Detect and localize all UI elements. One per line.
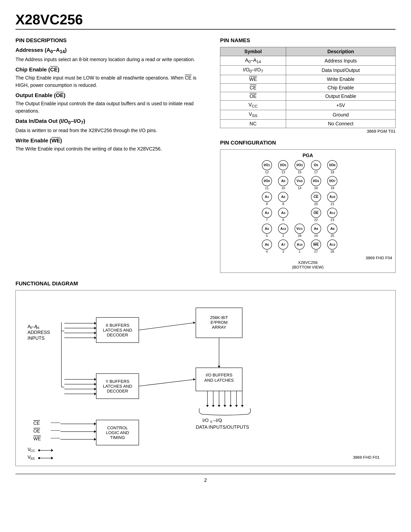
pga-pin: A7 [278,239,288,249]
pga-pin: VCC [295,224,305,234]
pga-pin: I/O4 [311,176,321,186]
svg-text:LOGIC AND: LOGIC AND [106,430,129,435]
table-row: VCC +5V [220,101,395,110]
pga-cell [341,192,356,206]
table-note: 3869 PGM T01 [220,129,395,134]
svg-text:X BUFFERS: X BUFFERS [106,323,129,328]
svg-text:I/O: I/O [202,418,208,423]
svg-marker-61 [51,449,53,452]
pga-cell: A1 9 [259,192,274,206]
write-enable-body: The Write Enable input controls the writ… [16,145,208,153]
svg-marker-39 [193,378,196,380]
pga-pin: A0 [278,176,288,186]
pga-cell: I/O4 16 [308,176,323,190]
svg-text:DECODER: DECODER [107,389,128,393]
svg-text:CE: CE [33,421,40,426]
functional-diagram-heading: FUNCTIONAL DIAGRAM [16,281,395,287]
pga-cell: I/O1 12 [259,160,274,174]
pga-cell: I/O6 18 [325,160,340,174]
write-enable-heading: Write Enable (WE) [16,138,208,144]
symbol-we: WE [220,75,286,84]
pga-cell: VCC 28 [292,224,307,238]
right-column: PIN NAMES Symbol Description A0–A14 Addr… [220,37,395,273]
pga-cell: I/O2 13 [276,160,291,174]
pga-pin: A8 [327,224,337,234]
svg-marker-50 [94,430,96,433]
pin-names-table: Symbol Description A0–A14 Address Inputs… [220,47,395,128]
data-io-body: Data is written to or read from the X28V… [16,127,208,134]
svg-text:LATCHES AND: LATCHES AND [103,328,132,332]
pin-config-box: PGA I/O1 12 I/O2 13 I/O3 15 O5 17 [220,149,395,273]
svg-marker-78 [229,405,232,407]
table-row: OE Output Enable [220,92,395,101]
addresses-heading: Addresses (A0–A14) [16,47,208,54]
svg-text:——: —— [51,420,60,425]
svg-marker-22 [94,378,96,381]
addresses-body: The Address inputs select an 8-bit memor… [16,56,208,63]
svg-text:256K-BIT: 256K-BIT [210,315,228,320]
functional-diagram-box: A 0 –A 14 ADDRESS INPUTS X BUFFERS LATCH… [16,290,395,466]
pin-names-heading: PIN NAMES [220,37,395,44]
pga-cell: A2 8 [276,192,291,206]
table-row: NC No Connect [220,120,395,128]
svg-text:OE: OE [33,428,40,434]
svg-text:E²PROM: E²PROM [211,320,228,325]
svg-marker-7 [94,336,96,339]
svg-marker-4 [94,322,96,325]
table-row: VSS Ground [220,110,395,120]
pga-pin: A11 [327,208,337,218]
pga-cell: A9 24 [308,224,323,238]
pga-cell [341,176,356,190]
svg-text:CC: CC [30,449,35,453]
desc-oe: Output Enable [286,92,395,101]
table-header-symbol: Symbol [220,47,286,56]
pga-pin: A10 [327,192,337,202]
pga-cell [292,192,307,206]
svg-text:SS: SS [30,457,35,460]
table-row: CE Chip Enable [220,84,395,92]
pga-pin: A12 [278,224,288,234]
pin-config-heading: PIN CONFIGURATION [220,140,395,146]
pga-cell: WE 27 [308,239,323,254]
symbol-a0-a14: A0–A14 [220,56,286,66]
table-header-description: Description [286,47,395,56]
pga-cell [341,160,356,174]
functional-diagram-section: FUNCTIONAL DIAGRAM A 0 –A 14 ADDRESS INP… [16,281,395,466]
desc-ce: Chip Enable [286,84,395,92]
svg-text:7: 7 [220,420,222,424]
svg-marker-66 [51,457,53,459]
pin-descriptions-heading: PIN DESCRIPTIONS [16,37,208,44]
svg-text:AND LATCHES: AND LATCHES [204,378,234,383]
output-enable-body: The Output Enable input controls the dat… [16,100,208,114]
svg-text:0: 0 [210,420,212,424]
pga-cell: VSS 14 [292,176,307,190]
pga-cell: CE 20 [308,192,323,206]
pga-pin: A14 [295,239,305,249]
pga-cell: A10 21 [325,192,340,206]
svg-marker-6 [94,332,96,334]
symbol-ce: CE [220,84,286,92]
pga-cell: A14 1 [292,239,307,254]
pga-cell: A4 6 [276,208,291,222]
svg-point-60 [38,449,40,451]
pga-pin: OE [311,208,321,218]
desc-io: Data Input/Output [286,66,395,75]
symbol-io: I/O0–I/O7 [220,66,286,75]
pga-pin: VSS [295,176,305,186]
svg-text:TIMING: TIMING [110,435,125,440]
svg-text:——: —— [51,427,60,433]
pga-pin-empty [344,160,354,170]
desc-vss: Ground [286,110,395,120]
svg-text:LATCHES AND: LATCHES AND [103,384,132,389]
pga-pin: I/O7 [327,176,337,186]
pga-cell: A8 25 [325,224,340,238]
svg-marker-25 [94,392,96,395]
pga-cell: I/O7 19 [325,176,340,190]
svg-text:DECODER: DECODER [107,332,128,337]
pga-cell: I/O3 15 [292,160,307,174]
pga-cell: A7 3 [276,239,291,254]
pga-pin: A13 [327,239,337,249]
page-number: 2 [204,477,207,483]
desc-vcc: +5V [286,101,395,110]
pga-cell: A12 2 [276,224,291,238]
